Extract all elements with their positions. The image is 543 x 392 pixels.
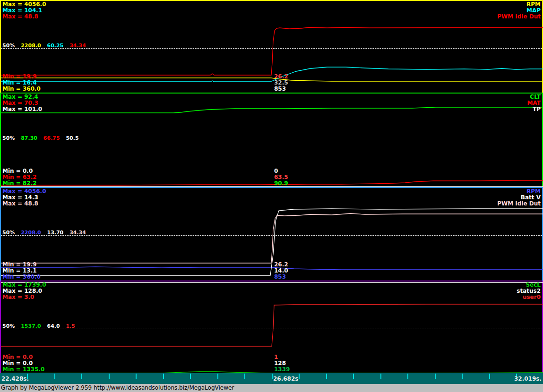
mid-value: 60.25 <box>47 43 63 49</box>
legend-item: user0 <box>517 294 541 300</box>
legend-2: CLT MAT TP <box>527 94 541 112</box>
time-tick <box>81 374 82 379</box>
time-tick <box>353 374 354 379</box>
cursor-value: 90.9 <box>274 180 288 187</box>
min-labels-2: Min = 0.0 Min = 63.2 Min = 82.2 <box>2 168 37 187</box>
cursor-value: 853 <box>274 274 288 280</box>
fifty-percent-labels-1: 50% 2208.0 60.25 34.34 <box>2 43 90 49</box>
min-label: Min = 360.0 <box>2 86 41 92</box>
max-label: Max = 48.8 <box>2 201 46 207</box>
mid-value: 64.0 <box>47 323 60 329</box>
cursor-value: 853 <box>274 86 288 92</box>
time-tick <box>217 374 218 379</box>
max-label: Max = 48.8 <box>2 14 46 20</box>
legend-item: TP <box>527 106 541 112</box>
status-bar: Graph by MegaLogViewer 2.959 http://www.… <box>0 384 543 392</box>
mid-value: 2208.0 <box>21 43 41 49</box>
max-label: Max = 3.0 <box>2 294 46 300</box>
legend-1: RPM MAP PWM Idle Dut <box>497 1 541 20</box>
time-cursor-label: 26.682s <box>273 375 298 382</box>
min-labels-3: Min = 19.9 Min = 13.1 Min = 360.0 <box>2 262 41 280</box>
time-tick <box>109 374 110 379</box>
cursor-values-4: 1 128 1339 <box>274 354 290 373</box>
time-tick <box>326 374 327 379</box>
mid-value: 1.5 <box>66 323 75 329</box>
time-tick <box>299 374 300 379</box>
megalogviewer-window: Max = 4056.0 Max = 104.1 Max = 48.8 RPM … <box>0 0 543 392</box>
fifty-percent-label: 50% <box>2 230 15 236</box>
fifty-percent-label: 50% <box>2 43 15 49</box>
fifty-percent-labels-2: 50% 87.30 66.75 50.5 <box>2 135 83 141</box>
fifty-percent-labels-4: 50% 1537.0 64.0 1.5 <box>2 323 79 329</box>
mid-value: 34.34 <box>69 43 86 49</box>
time-tick <box>435 374 436 379</box>
time-tick <box>136 374 137 379</box>
mid-value: 87.30 <box>21 135 37 141</box>
time-tick <box>380 374 381 379</box>
max-label: Max = 101.0 <box>2 106 42 112</box>
fifty-percent-labels-3: 50% 2208.0 13.70 34.34 <box>2 230 90 236</box>
status-bar-text: Graph by MegaLogViewer 2.959 http://www.… <box>1 384 234 391</box>
min-labels-4: Min = 0.0 Min = 0.0 Min = 1335.0 <box>2 354 44 373</box>
cursor-values-2: 0 63.5 90.9 <box>274 168 288 187</box>
max-labels-2: Max = 92.4 Max = 70.3 Max = 101.0 <box>2 94 42 112</box>
max-labels-3: Max = 4056.0 Max = 14.3 Max = 48.8 <box>2 188 46 207</box>
time-tick <box>489 374 490 379</box>
time-start-label: 22.428s. <box>1 375 29 382</box>
min-label: Min = 360.0 <box>2 274 41 280</box>
mid-value: 50.5 <box>66 135 78 141</box>
time-tick <box>462 374 463 379</box>
fifty-percent-label: 50% <box>2 135 15 141</box>
min-label: Min = 1335.0 <box>2 366 44 373</box>
cursor-values-1: 26.2 32.5 853 <box>274 74 288 92</box>
legend-3: RPM Batt V PWM Idle Dut <box>497 188 541 207</box>
time-tick <box>190 374 191 379</box>
time-tick <box>407 374 408 379</box>
mid-value: 34.34 <box>69 230 86 236</box>
mid-value: 2208.0 <box>21 230 41 236</box>
max-labels-1: Max = 4056.0 Max = 104.1 Max = 48.8 <box>2 1 46 20</box>
min-label: Min = 82.2 <box>2 180 37 187</box>
legend-4: SecL status2 user0 <box>517 282 541 300</box>
time-tick <box>244 374 245 379</box>
mid-value: 13.70 <box>47 230 63 236</box>
mid-value: 1537.0 <box>21 323 41 329</box>
time-end-label: 32.019s. <box>514 375 542 382</box>
legend-item: PWM Idle Dut <box>497 201 541 207</box>
cursor-values-3: 26.2 14.0 853 <box>274 262 288 280</box>
cursor-line[interactable] <box>272 0 272 384</box>
min-labels-1: Min = 19.9 Min = 16.4 Min = 360.0 <box>2 74 41 92</box>
legend-item: PWM Idle Dut <box>497 14 541 20</box>
max-labels-4: Max = 1739.0 Max = 128.0 Max = 3.0 <box>2 282 46 300</box>
time-tick <box>54 374 55 379</box>
fifty-percent-label: 50% <box>2 323 15 329</box>
cursor-value: 1339 <box>274 366 290 373</box>
time-tick <box>163 374 164 379</box>
mid-value: 66.75 <box>43 135 60 141</box>
